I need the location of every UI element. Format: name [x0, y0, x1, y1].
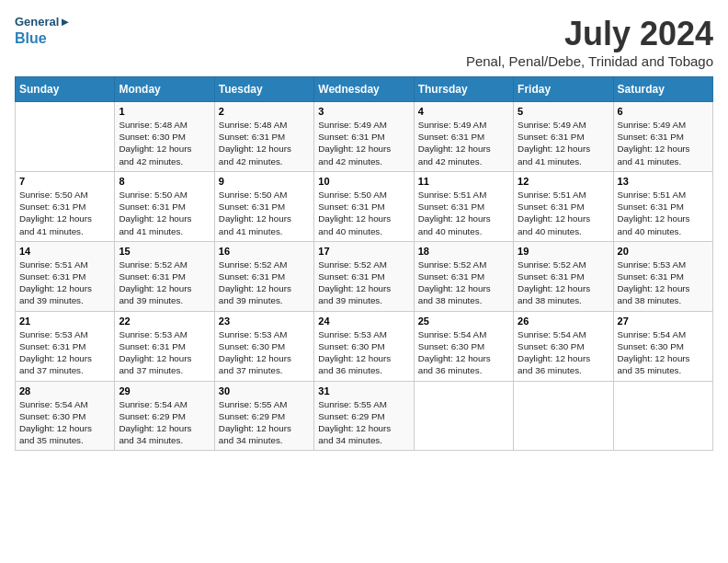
week-row-3: 14Sunrise: 5:51 AMSunset: 6:31 PMDayligh…: [16, 241, 713, 311]
day-number: 17: [318, 246, 409, 257]
logo: General► Blue: [15, 15, 71, 47]
header-cell-sunday: Sunday: [16, 77, 115, 102]
day-number: 20: [618, 246, 709, 257]
day-info: Sunrise: 5:54 AMSunset: 6:30 PMDaylight:…: [418, 328, 509, 377]
day-cell: 12Sunrise: 5:51 AMSunset: 6:31 PMDayligh…: [514, 171, 613, 241]
day-cell: 5Sunrise: 5:49 AMSunset: 6:31 PMDaylight…: [514, 102, 613, 172]
day-cell: 23Sunrise: 5:53 AMSunset: 6:30 PMDayligh…: [214, 311, 313, 381]
day-number: 22: [119, 316, 210, 327]
day-cell: 27Sunrise: 5:54 AMSunset: 6:30 PMDayligh…: [613, 311, 712, 381]
day-cell: 11Sunrise: 5:51 AMSunset: 6:31 PMDayligh…: [414, 171, 513, 241]
day-number: 2: [219, 106, 310, 117]
day-info: Sunrise: 5:52 AMSunset: 6:31 PMDaylight:…: [318, 259, 409, 307]
day-cell: [16, 102, 115, 172]
day-info: Sunrise: 5:49 AMSunset: 6:31 PMDaylight:…: [618, 119, 709, 167]
day-info: Sunrise: 5:54 AMSunset: 6:30 PMDaylight:…: [19, 398, 110, 447]
day-number: 7: [19, 176, 110, 187]
day-info: Sunrise: 5:52 AMSunset: 6:31 PMDaylight:…: [518, 259, 609, 307]
day-cell: 6Sunrise: 5:49 AMSunset: 6:31 PMDaylight…: [613, 102, 712, 172]
day-info: Sunrise: 5:50 AMSunset: 6:31 PMDaylight:…: [219, 189, 310, 237]
day-info: Sunrise: 5:54 AMSunset: 6:30 PMDaylight:…: [518, 328, 609, 377]
day-info: Sunrise: 5:49 AMSunset: 6:31 PMDaylight:…: [518, 119, 609, 167]
day-cell: 17Sunrise: 5:52 AMSunset: 6:31 PMDayligh…: [314, 241, 414, 311]
day-number: 29: [119, 385, 210, 396]
header-cell-monday: Monday: [115, 77, 214, 102]
title-section: July 2024 Penal, Penal/Debe, Trinidad an…: [466, 15, 713, 69]
day-info: Sunrise: 5:52 AMSunset: 6:31 PMDaylight:…: [219, 259, 310, 307]
day-number: 4: [418, 106, 509, 117]
week-row-5: 28Sunrise: 5:54 AMSunset: 6:30 PMDayligh…: [16, 381, 713, 451]
day-cell: 8Sunrise: 5:50 AMSunset: 6:31 PMDaylight…: [115, 171, 214, 241]
day-number: 1: [119, 106, 210, 117]
day-number: 30: [219, 385, 310, 396]
page-header: General► Blue July 2024 Penal, Penal/Deb…: [15, 15, 713, 69]
day-number: 18: [418, 246, 509, 257]
calendar-table: SundayMondayTuesdayWednesdayThursdayFrid…: [15, 76, 713, 451]
day-cell: 2Sunrise: 5:48 AMSunset: 6:31 PMDaylight…: [214, 102, 313, 172]
day-info: Sunrise: 5:51 AMSunset: 6:31 PMDaylight:…: [518, 189, 609, 237]
header-row: SundayMondayTuesdayWednesdayThursdayFrid…: [16, 77, 713, 102]
day-cell: 7Sunrise: 5:50 AMSunset: 6:31 PMDaylight…: [16, 171, 115, 241]
day-number: 3: [318, 106, 409, 117]
day-number: 28: [19, 385, 110, 396]
day-info: Sunrise: 5:53 AMSunset: 6:31 PMDaylight:…: [119, 328, 210, 377]
day-cell: 26Sunrise: 5:54 AMSunset: 6:30 PMDayligh…: [514, 311, 613, 381]
day-cell: 24Sunrise: 5:53 AMSunset: 6:30 PMDayligh…: [314, 311, 414, 381]
day-info: Sunrise: 5:55 AMSunset: 6:29 PMDaylight:…: [318, 398, 409, 447]
day-cell: 22Sunrise: 5:53 AMSunset: 6:31 PMDayligh…: [115, 311, 214, 381]
day-info: Sunrise: 5:53 AMSunset: 6:31 PMDaylight:…: [19, 328, 110, 377]
day-number: 16: [219, 246, 310, 257]
day-number: 27: [618, 316, 709, 327]
day-number: 19: [518, 246, 609, 257]
day-cell: 19Sunrise: 5:52 AMSunset: 6:31 PMDayligh…: [514, 241, 613, 311]
day-info: Sunrise: 5:53 AMSunset: 6:30 PMDaylight:…: [318, 328, 409, 377]
day-info: Sunrise: 5:49 AMSunset: 6:31 PMDaylight:…: [418, 119, 509, 167]
header-cell-thursday: Thursday: [414, 77, 513, 102]
week-row-4: 21Sunrise: 5:53 AMSunset: 6:31 PMDayligh…: [16, 311, 713, 381]
day-cell: 30Sunrise: 5:55 AMSunset: 6:29 PMDayligh…: [214, 381, 313, 451]
day-info: Sunrise: 5:52 AMSunset: 6:31 PMDaylight:…: [119, 259, 210, 307]
day-number: 6: [618, 106, 709, 117]
logo-blue: Blue: [15, 29, 71, 47]
header-cell-friday: Friday: [514, 77, 613, 102]
day-cell: 10Sunrise: 5:50 AMSunset: 6:31 PMDayligh…: [314, 171, 414, 241]
day-info: Sunrise: 5:52 AMSunset: 6:31 PMDaylight:…: [418, 259, 509, 307]
day-number: 8: [119, 176, 210, 187]
day-info: Sunrise: 5:50 AMSunset: 6:31 PMDaylight:…: [318, 189, 409, 237]
day-cell: 18Sunrise: 5:52 AMSunset: 6:31 PMDayligh…: [414, 241, 513, 311]
day-number: 26: [518, 316, 609, 327]
day-info: Sunrise: 5:50 AMSunset: 6:31 PMDaylight:…: [119, 189, 210, 237]
day-number: 12: [518, 176, 609, 187]
calendar-header: SundayMondayTuesdayWednesdayThursdayFrid…: [16, 77, 713, 102]
logo-general: General: [15, 15, 59, 29]
day-cell: 1Sunrise: 5:48 AMSunset: 6:30 PMDaylight…: [115, 102, 214, 172]
day-number: 13: [618, 176, 709, 187]
day-cell: 16Sunrise: 5:52 AMSunset: 6:31 PMDayligh…: [214, 241, 313, 311]
day-info: Sunrise: 5:49 AMSunset: 6:31 PMDaylight:…: [318, 119, 409, 167]
day-info: Sunrise: 5:48 AMSunset: 6:30 PMDaylight:…: [119, 119, 210, 167]
day-cell: 21Sunrise: 5:53 AMSunset: 6:31 PMDayligh…: [16, 311, 115, 381]
calendar-body: 1Sunrise: 5:48 AMSunset: 6:30 PMDaylight…: [16, 102, 713, 451]
day-info: Sunrise: 5:54 AMSunset: 6:30 PMDaylight:…: [618, 328, 709, 377]
day-info: Sunrise: 5:55 AMSunset: 6:29 PMDaylight:…: [219, 398, 310, 447]
day-cell: 9Sunrise: 5:50 AMSunset: 6:31 PMDaylight…: [214, 171, 313, 241]
day-info: Sunrise: 5:50 AMSunset: 6:31 PMDaylight:…: [19, 189, 110, 237]
header-cell-saturday: Saturday: [613, 77, 712, 102]
day-number: 25: [418, 316, 509, 327]
day-number: 23: [219, 316, 310, 327]
day-info: Sunrise: 5:54 AMSunset: 6:29 PMDaylight:…: [119, 398, 210, 447]
day-number: 10: [318, 176, 409, 187]
day-info: Sunrise: 5:53 AMSunset: 6:31 PMDaylight:…: [618, 259, 709, 307]
day-cell: 28Sunrise: 5:54 AMSunset: 6:30 PMDayligh…: [16, 381, 115, 451]
day-cell: 14Sunrise: 5:51 AMSunset: 6:31 PMDayligh…: [16, 241, 115, 311]
day-cell: [414, 381, 513, 451]
month-title: July 2024: [466, 15, 713, 53]
day-number: 21: [19, 316, 110, 327]
day-cell: 3Sunrise: 5:49 AMSunset: 6:31 PMDaylight…: [314, 102, 414, 172]
day-info: Sunrise: 5:51 AMSunset: 6:31 PMDaylight:…: [19, 259, 110, 307]
location-title: Penal, Penal/Debe, Trinidad and Tobago: [466, 53, 713, 69]
day-info: Sunrise: 5:53 AMSunset: 6:30 PMDaylight:…: [219, 328, 310, 377]
day-info: Sunrise: 5:51 AMSunset: 6:31 PMDaylight:…: [618, 189, 709, 237]
day-number: 5: [518, 106, 609, 117]
week-row-2: 7Sunrise: 5:50 AMSunset: 6:31 PMDaylight…: [16, 171, 713, 241]
